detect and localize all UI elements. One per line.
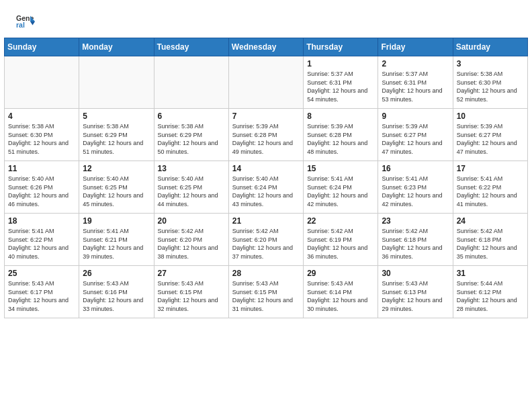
logo-icon: Gene ral (16, 12, 35, 31)
day-number: 28 (232, 269, 300, 278)
day-cell: 18Sunrise: 5:41 AMSunset: 6:22 PMDayligh… (5, 214, 79, 266)
week-row-4: 18Sunrise: 5:41 AMSunset: 6:22 PMDayligh… (5, 214, 528, 266)
day-info: Sunrise: 5:44 AMSunset: 6:12 PMDaylight:… (457, 279, 524, 313)
day-number: 15 (307, 164, 374, 173)
day-number: 1 (307, 59, 374, 68)
day-info: Sunrise: 5:40 AMSunset: 6:24 PMDaylight:… (232, 175, 300, 208)
day-cell: 16Sunrise: 5:41 AMSunset: 6:23 PMDayligh… (378, 161, 453, 214)
day-number: 29 (307, 269, 374, 278)
day-cell: 4Sunrise: 5:38 AMSunset: 6:30 PMDaylight… (5, 109, 79, 161)
day-cell: 11Sunrise: 5:40 AMSunset: 6:26 PMDayligh… (5, 161, 79, 214)
day-info: Sunrise: 5:41 AMSunset: 6:23 PMDaylight:… (382, 175, 449, 208)
calendar-table: SundayMondayTuesdayWednesdayThursdayFrid… (4, 38, 528, 318)
day-cell: 8Sunrise: 5:39 AMSunset: 6:28 PMDaylight… (304, 109, 378, 161)
calendar-wrapper: SundayMondayTuesdayWednesdayThursdayFrid… (0, 38, 532, 322)
weekday-header-row: SundayMondayTuesdayWednesdayThursdayFrid… (5, 38, 528, 56)
day-cell: 2Sunrise: 5:37 AMSunset: 6:31 PMDaylight… (378, 56, 453, 109)
day-info: Sunrise: 5:41 AMSunset: 6:21 PMDaylight:… (83, 227, 150, 261)
day-number: 31 (457, 269, 524, 278)
week-row-2: 4Sunrise: 5:38 AMSunset: 6:30 PMDaylight… (5, 109, 528, 161)
day-cell: 10Sunrise: 5:39 AMSunset: 6:27 PMDayligh… (453, 109, 527, 161)
day-number: 8 (307, 111, 374, 121)
week-row-1: 1Sunrise: 5:37 AMSunset: 6:31 PMDaylight… (5, 56, 528, 109)
day-number: 11 (8, 164, 75, 173)
day-cell (79, 56, 154, 109)
day-number: 2 (382, 59, 449, 68)
day-cell (154, 56, 228, 109)
day-number: 22 (307, 216, 374, 226)
day-number: 24 (457, 216, 524, 226)
day-info: Sunrise: 5:41 AMSunset: 6:22 PMDaylight:… (457, 175, 524, 208)
day-info: Sunrise: 5:41 AMSunset: 6:24 PMDaylight:… (307, 175, 374, 208)
day-info: Sunrise: 5:43 AMSunset: 6:14 PMDaylight:… (307, 279, 374, 313)
weekday-header-monday: Monday (79, 38, 154, 56)
day-number: 27 (158, 269, 225, 278)
day-info: Sunrise: 5:39 AMSunset: 6:27 PMDaylight:… (382, 122, 449, 156)
day-info: Sunrise: 5:38 AMSunset: 6:29 PMDaylight:… (83, 122, 150, 156)
day-info: Sunrise: 5:42 AMSunset: 6:19 PMDaylight:… (307, 227, 374, 261)
day-number: 13 (158, 164, 225, 173)
day-number: 16 (382, 164, 449, 173)
day-info: Sunrise: 5:38 AMSunset: 6:30 PMDaylight:… (457, 70, 524, 103)
day-info: Sunrise: 5:42 AMSunset: 6:20 PMDaylight:… (232, 227, 300, 261)
day-number: 6 (158, 111, 225, 121)
day-cell: 30Sunrise: 5:43 AMSunset: 6:13 PMDayligh… (378, 266, 453, 318)
svg-text:ral: ral (16, 21, 25, 29)
day-info: Sunrise: 5:39 AMSunset: 6:28 PMDaylight:… (232, 122, 300, 156)
day-cell: 19Sunrise: 5:41 AMSunset: 6:21 PMDayligh… (79, 214, 154, 266)
day-cell: 15Sunrise: 5:41 AMSunset: 6:24 PMDayligh… (304, 161, 378, 214)
day-info: Sunrise: 5:42 AMSunset: 6:18 PMDaylight:… (457, 227, 524, 261)
day-number: 19 (83, 216, 150, 226)
day-info: Sunrise: 5:39 AMSunset: 6:28 PMDaylight:… (307, 122, 374, 156)
day-number: 21 (232, 216, 300, 226)
day-cell: 12Sunrise: 5:40 AMSunset: 6:25 PMDayligh… (79, 161, 154, 214)
day-info: Sunrise: 5:37 AMSunset: 6:31 PMDaylight:… (382, 70, 449, 103)
day-cell: 1Sunrise: 5:37 AMSunset: 6:31 PMDaylight… (304, 56, 378, 109)
day-cell: 24Sunrise: 5:42 AMSunset: 6:18 PMDayligh… (453, 214, 527, 266)
day-info: Sunrise: 5:43 AMSunset: 6:16 PMDaylight:… (83, 279, 150, 313)
day-info: Sunrise: 5:40 AMSunset: 6:25 PMDaylight:… (158, 175, 225, 208)
day-cell: 21Sunrise: 5:42 AMSunset: 6:20 PMDayligh… (228, 214, 303, 266)
day-info: Sunrise: 5:40 AMSunset: 6:26 PMDaylight:… (8, 175, 75, 208)
day-cell: 3Sunrise: 5:38 AMSunset: 6:30 PMDaylight… (453, 56, 527, 109)
day-cell: 27Sunrise: 5:43 AMSunset: 6:15 PMDayligh… (154, 266, 228, 318)
day-cell: 28Sunrise: 5:43 AMSunset: 6:15 PMDayligh… (228, 266, 303, 318)
page-header: Gene ral (0, 0, 532, 38)
day-cell: 13Sunrise: 5:40 AMSunset: 6:25 PMDayligh… (154, 161, 228, 214)
day-number: 9 (382, 111, 449, 121)
day-info: Sunrise: 5:40 AMSunset: 6:25 PMDaylight:… (83, 175, 150, 208)
day-info: Sunrise: 5:42 AMSunset: 6:20 PMDaylight:… (158, 227, 225, 261)
day-number: 17 (457, 164, 524, 173)
weekday-header-wednesday: Wednesday (228, 38, 303, 56)
day-info: Sunrise: 5:43 AMSunset: 6:13 PMDaylight:… (382, 279, 449, 313)
day-cell: 7Sunrise: 5:39 AMSunset: 6:28 PMDaylight… (228, 109, 303, 161)
weekday-header-thursday: Thursday (304, 38, 378, 56)
day-cell: 26Sunrise: 5:43 AMSunset: 6:16 PMDayligh… (79, 266, 154, 318)
day-number: 10 (457, 111, 524, 121)
day-number: 23 (382, 216, 449, 226)
day-info: Sunrise: 5:38 AMSunset: 6:30 PMDaylight:… (8, 122, 75, 156)
week-row-3: 11Sunrise: 5:40 AMSunset: 6:26 PMDayligh… (5, 161, 528, 214)
day-number: 3 (457, 59, 524, 68)
day-cell: 20Sunrise: 5:42 AMSunset: 6:20 PMDayligh… (154, 214, 228, 266)
day-cell: 6Sunrise: 5:38 AMSunset: 6:29 PMDaylight… (154, 109, 228, 161)
day-cell: 25Sunrise: 5:43 AMSunset: 6:17 PMDayligh… (5, 266, 79, 318)
day-info: Sunrise: 5:42 AMSunset: 6:18 PMDaylight:… (382, 227, 449, 261)
day-number: 7 (232, 111, 300, 121)
weekday-header-sunday: Sunday (5, 38, 79, 56)
day-number: 5 (83, 111, 150, 121)
day-cell: 23Sunrise: 5:42 AMSunset: 6:18 PMDayligh… (378, 214, 453, 266)
logo: Gene ral (16, 12, 38, 31)
day-number: 4 (8, 111, 75, 121)
weekday-header-friday: Friday (378, 38, 453, 56)
day-cell: 22Sunrise: 5:42 AMSunset: 6:19 PMDayligh… (304, 214, 378, 266)
day-number: 14 (232, 164, 300, 173)
day-info: Sunrise: 5:39 AMSunset: 6:27 PMDaylight:… (457, 122, 524, 156)
day-cell: 9Sunrise: 5:39 AMSunset: 6:27 PMDaylight… (378, 109, 453, 161)
day-number: 12 (83, 164, 150, 173)
week-row-5: 25Sunrise: 5:43 AMSunset: 6:17 PMDayligh… (5, 266, 528, 318)
day-info: Sunrise: 5:38 AMSunset: 6:29 PMDaylight:… (158, 122, 225, 156)
day-cell (5, 56, 79, 109)
day-cell: 14Sunrise: 5:40 AMSunset: 6:24 PMDayligh… (228, 161, 303, 214)
day-number: 20 (158, 216, 225, 226)
